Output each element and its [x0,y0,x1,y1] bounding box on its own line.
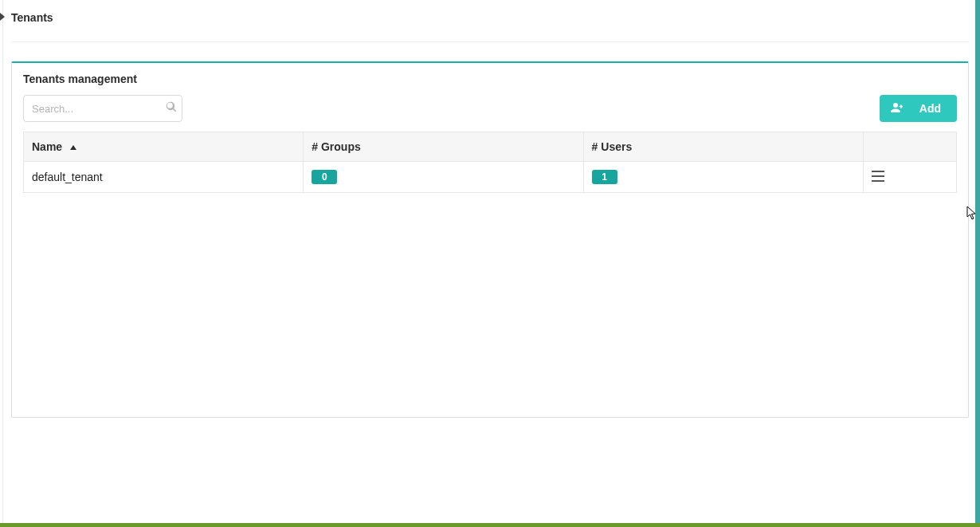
tenants-table: Name # Groups # Users default_tenant [23,132,957,193]
search-icon [166,101,177,116]
row-actions-menu[interactable] [863,162,956,193]
user-plus-icon [891,102,905,116]
footer-bar [0,523,980,527]
breadcrumb: Tenants [11,0,969,42]
cell-name: default_tenant [24,162,304,193]
column-header-name-label: Name [32,140,62,153]
add-button[interactable]: Add [880,95,957,122]
column-header-name[interactable]: Name [24,132,304,162]
cell-users: 1 [583,162,863,193]
add-button-label: Add [919,102,941,115]
tenants-panel: Tenants management Add Name [11,61,969,418]
users-badge[interactable]: 1 [592,170,617,184]
column-header-groups[interactable]: # Groups [304,132,583,162]
tenant-name: default_tenant [32,171,103,183]
search-input-wrap[interactable] [23,95,182,122]
sidebar-expand-caret-icon[interactable] [0,13,5,21]
column-header-groups-label: # Groups [312,140,360,153]
panel-toolbar: Add [12,95,968,132]
panel-title: Tenants management [12,63,968,95]
table-header-row: Name # Groups # Users [24,132,957,162]
sort-ascending-icon [70,145,76,150]
column-header-users-label: # Users [592,140,633,153]
groups-badge[interactable]: 0 [312,170,337,184]
left-rail [2,0,3,527]
breadcrumb-title: Tenants [11,11,53,24]
cell-groups: 0 [304,162,583,193]
column-header-users[interactable]: # Users [583,132,863,162]
search-input[interactable] [32,103,166,115]
column-header-actions [863,132,956,162]
scrollbar[interactable] [975,0,980,523]
page-container: Tenants Tenants management Add [11,0,969,510]
table-row: default_tenant 0 1 [24,162,957,193]
hamburger-icon [872,171,884,184]
